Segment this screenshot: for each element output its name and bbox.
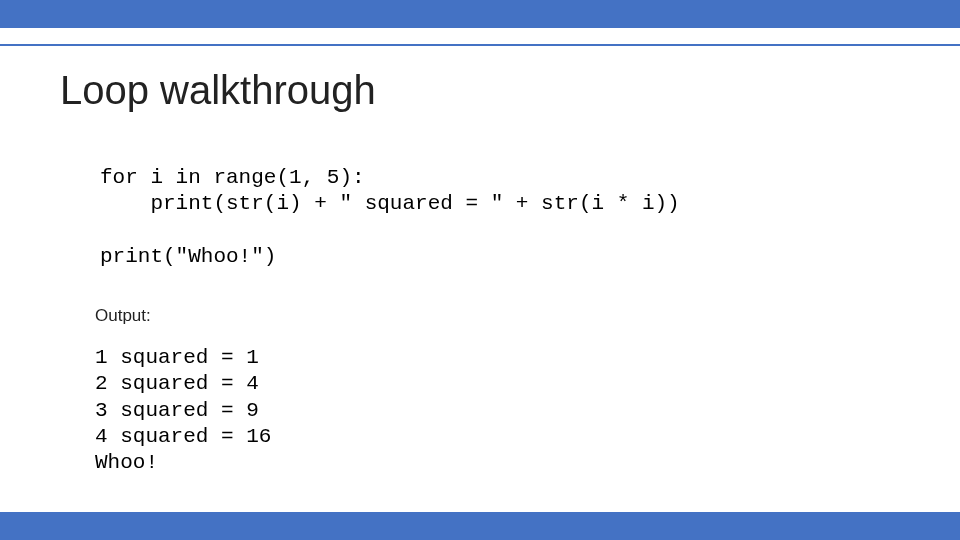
output-line: 3 squared = 9 — [95, 399, 259, 422]
output-line: 2 squared = 4 — [95, 372, 259, 395]
output-line: 4 squared = 16 — [95, 425, 271, 448]
code-block: for i in range(1, 5): print(str(i) + " s… — [100, 165, 680, 270]
code-line: for i in range(1, 5): — [100, 166, 365, 189]
bottom-accent-bar — [0, 512, 960, 540]
code-line: print(str(i) + " squared = " + str(i * i… — [100, 192, 680, 215]
slide-title: Loop walkthrough — [60, 68, 376, 113]
output-line: Whoo! — [95, 451, 158, 474]
code-line: print("Whoo!") — [100, 245, 276, 268]
output-label: Output: — [95, 306, 151, 326]
output-block: 1 squared = 1 2 squared = 4 3 squared = … — [95, 345, 271, 476]
top-accent-bar — [0, 0, 960, 28]
title-underline — [0, 44, 960, 46]
output-line: 1 squared = 1 — [95, 346, 259, 369]
